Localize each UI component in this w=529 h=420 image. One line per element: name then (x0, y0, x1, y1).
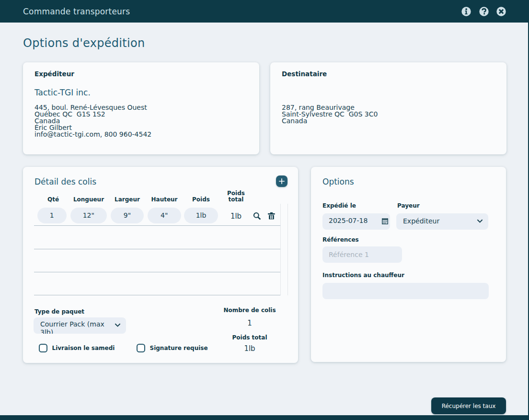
sender-address-line: 445, boul. René-Lévesques Ouest (34, 104, 151, 111)
col-header-qty: Qté (47, 197, 59, 203)
get-rates-button[interactable]: Récupérer les taux (431, 397, 506, 414)
total-weight-value: 1lb (211, 344, 288, 353)
options-card: Options Expédié le 2025-07-18 Payeur Exp… (311, 167, 506, 362)
sender-address-line: Éric Gilbert (34, 124, 151, 131)
help-icon[interactable] (479, 7, 489, 16)
col-header-weight: Poids (192, 197, 210, 203)
signature-label: Signature requise (150, 345, 208, 351)
recipient-card-title: Destinataire (282, 70, 327, 78)
recipient-address-line: Saint-Sylvestre QC G0S 3C0 (282, 111, 378, 117)
recipient-card: Destinataire 287, rang Beaurivage Saint-… (270, 62, 506, 154)
package-row: 1lb (34, 203, 280, 226)
payer-value: Expéditeur (403, 217, 439, 225)
titlebar-icons (461, 0, 506, 23)
col-header-total: Poids total (224, 190, 249, 203)
add-package-button[interactable] (276, 175, 288, 187)
col-header-width: Largeur (115, 197, 140, 203)
signature-checkbox-group: Signature requise (137, 344, 208, 352)
plus-icon (278, 178, 285, 185)
recipient-address-line: Canada (282, 117, 378, 124)
page-title: Options d'expédition (23, 36, 145, 50)
references-label: Références (322, 236, 359, 243)
package-type-value: Courrier Pack (max 3lb) (40, 320, 112, 334)
shipdate-label: Expédié le (322, 202, 356, 209)
sender-card: Expéditeur Tactic-TGI inc. 445, boul. Re… (23, 62, 259, 154)
trash-icon[interactable] (266, 211, 276, 222)
length-input[interactable] (70, 208, 107, 223)
sender-address-line: Québec QC G1S 1S2 (34, 111, 151, 117)
saturday-label: Livraison le samedi (52, 345, 115, 351)
table-scrollbar[interactable] (280, 204, 288, 295)
sender-company-link[interactable]: Tactic-TGI inc. (34, 88, 91, 97)
package-row-empty (34, 226, 280, 249)
close-icon[interactable] (496, 7, 506, 16)
sender-address: 445, boul. René-Lévesques Ouest Québec Q… (34, 104, 151, 138)
signature-checkbox[interactable] (137, 344, 145, 352)
saturday-checkbox-group: Livraison le samedi (39, 344, 115, 352)
package-count-value: 1 (211, 319, 288, 327)
total-weight-label: Poids total (211, 334, 288, 341)
col-header-height: Hauteur (151, 197, 177, 203)
recipient-address-line: 287, rang Beaurivage (282, 104, 378, 111)
shipdate-input[interactable]: 2025-07-18 (322, 213, 390, 230)
packages-card-title: Détail des colis (34, 177, 96, 187)
payer-label: Payeur (397, 202, 420, 209)
saturday-checkbox[interactable] (39, 344, 47, 352)
sender-card-title: Expéditeur (34, 70, 74, 78)
qty-input[interactable] (37, 208, 67, 223)
sender-address-line: Canada (34, 117, 151, 124)
package-type-select[interactable]: Courrier Pack (max 3lb) (34, 317, 126, 334)
window-title: Commande transporteurs (23, 7, 130, 16)
weight-input[interactable] (184, 208, 218, 223)
titlebar: Commande transporteurs (0, 0, 529, 23)
row-total-weight: 1lb (230, 212, 242, 221)
info-icon[interactable] (461, 7, 471, 16)
packages-table-headers: Qté Longueur Largeur Hauteur Poids Poids… (34, 186, 280, 204)
sender-address-line: info@tactic-tgi.com, 800 960-4542 (34, 131, 151, 138)
options-card-title: Options (322, 177, 354, 187)
payer-select[interactable]: Expéditeur (396, 213, 488, 230)
height-input[interactable] (148, 208, 181, 223)
package-count-label: Nombre de colis (211, 307, 288, 314)
packages-card: Détail des colis Qté Longueur Largeur Ha… (23, 167, 298, 363)
bottom-bar (0, 415, 529, 420)
recipient-address: 287, rang Beaurivage Saint-Sylvestre QC … (282, 104, 378, 124)
package-type-label: Type de paquet (34, 308, 84, 315)
instructions-input[interactable] (322, 283, 489, 299)
package-row-empty (34, 272, 280, 295)
references-input[interactable] (322, 246, 402, 263)
chevron-down-icon (477, 219, 483, 223)
shipdate-value: 2025-07-18 (329, 217, 368, 224)
chevron-down-icon (115, 323, 121, 327)
col-header-length: Longueur (73, 197, 104, 203)
calendar-icon[interactable] (382, 218, 388, 224)
packages-table: 1lb (34, 203, 280, 296)
width-input[interactable] (111, 208, 143, 223)
instructions-label: Instructions au chauffeur (322, 272, 404, 279)
search-icon[interactable] (252, 212, 262, 222)
package-row-empty (34, 249, 280, 272)
